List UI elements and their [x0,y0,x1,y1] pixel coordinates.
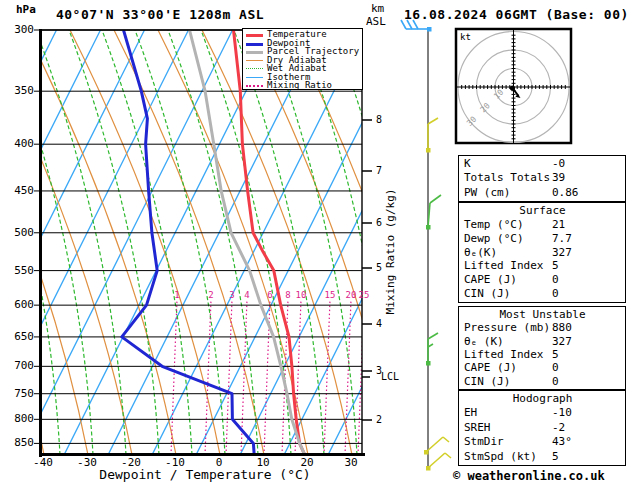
stat-label: CIN (J) [464,375,510,388]
stat-row: Pressure (mb)880 [464,321,621,334]
pressure-tick-label: 600 [6,299,34,311]
stat-value: 5 [552,348,559,361]
pressure-tick-label: 450 [6,185,34,197]
pressure-tick-label: 850 [6,437,34,449]
stat-row: θₑ(K)327 [464,246,621,260]
stat-value: -10 [552,406,572,420]
mixing-ratio-axis-label: Mixing Ratio (g/kg) [384,172,397,332]
stat-label: CIN (J) [464,287,510,301]
legend-line-sample [246,73,263,81]
pressure-tick-label: 300 [6,24,34,36]
stat-value: 0 [552,361,559,374]
stats-box-header: Most Unstable [464,308,621,321]
legend-line-sample [246,81,263,89]
stat-value: 5 [552,259,559,273]
stat-label: θₑ(K) [464,246,497,260]
km-tick-label: 6 [376,218,382,228]
stat-label: Lifted Index [464,348,543,361]
stat-value: 0 [552,375,559,388]
legend-line-sample [246,56,263,64]
stat-row: Lifted Index5 [464,259,621,273]
pressure-tick-label: 400 [6,138,34,150]
pressure-tick-label: 650 [6,331,34,343]
stat-row: Dewp (°C)7.7 [464,232,621,246]
stats-box-header: Surface [464,204,621,218]
pressure-tick-label: 700 [6,360,34,372]
stat-value: -2 [552,421,565,435]
lcl-label: LCL [381,371,399,382]
stat-row: Temp (°C)21 [464,218,621,232]
legend-item: Mixing Ratio [246,81,362,90]
pressure-tick-label: 550 [6,265,34,277]
stat-value: 0 [552,287,559,301]
stat-label: EH [464,406,477,420]
mixing-ratio-value-label: 20 [346,291,357,300]
stat-label: Pressure (mb) [464,321,550,334]
stat-label: StmDir [464,435,504,449]
stats-box-indices: K-0Totals Totals39PW (cm)0.86 [458,155,626,202]
stat-label: CAPE (J) [464,273,517,287]
mixing-ratio-value-label: 4 [244,291,249,300]
stat-value: 21 [552,218,565,232]
stat-row: CIN (J)0 [464,375,621,388]
km-tick-label: 8 [376,115,382,125]
stat-label: K [464,157,471,171]
mixing-ratio-value-label: 8 [285,291,290,300]
stat-row: CAPE (J)0 [464,273,621,287]
mixing-ratio-value-label: 1 [174,291,179,300]
stats-box-header: Hodograph [464,392,621,406]
legend-line-sample [246,30,263,38]
skewt-sounding-page: hPa 40°07'N 33°00'E 1208m ASL km ASL 16.… [0,0,629,486]
pressure-tick-label: 500 [6,227,34,239]
hodograph-unit-label: kt [460,32,471,42]
stat-label: Totals Totals [464,171,550,185]
legend-box: TemperatureDewpointParcel TrajectoryDry … [242,28,363,90]
mixing-ratio-value-label: 2 [208,291,213,300]
legend-item-label: Mixing Ratio [267,81,332,90]
wind-barb-low-b [426,453,451,471]
hodograph: 102030kt [456,29,571,143]
stat-row: StmDir43° [464,435,621,449]
stat-label: θₑ (K) [464,335,504,348]
series-parcel-trajectory [190,30,305,455]
stat-value: 327 [552,335,572,348]
stat-value: 0 [552,273,559,287]
stat-label: Temp (°C) [464,218,524,232]
stat-label: Dewp (°C) [464,232,524,246]
stats-box-surface: SurfaceTemp (°C)21Dewp (°C)7.7θₑ(K)327Li… [458,202,626,303]
stat-row: Lifted Index5 [464,348,621,361]
stat-value: 43° [552,435,572,449]
km-tick-label: 2 [376,415,382,425]
legend-line-sample [246,64,263,72]
mixing-ratio-value-label: 6 [267,291,272,300]
temperature-tick-label: -40 [26,457,60,469]
stat-row: θₑ (K)327 [464,335,621,348]
stat-value: -0 [552,157,565,171]
stat-value: 39 [552,171,565,185]
mixing-ratio-value-label: 3 [229,291,234,300]
stat-label: CAPE (J) [464,361,517,374]
stat-label: SREH [464,421,491,435]
stats-box-most-unstable: Most UnstablePressure (mb)880θₑ (K)327Li… [458,306,626,390]
stat-row: StmSpd (kt)5 [464,450,621,464]
legend-line-sample [246,39,263,47]
stat-value: 880 [552,321,572,334]
temperature-tick-label: 30 [334,457,368,469]
wind-barb-upper [401,20,432,32]
copyright-text: © weatheronline.co.uk [453,469,605,483]
mixing-ratio-value-label: 15 [325,291,336,300]
stat-row: PW (cm)0.86 [464,186,621,200]
stat-value: 0.86 [552,186,579,200]
km-tick-label: 7 [376,166,382,176]
stat-row: Totals Totals39 [464,171,621,185]
legend-line-sample [246,47,263,55]
pressure-tick-label: 750 [6,388,34,400]
stat-value: 7.7 [552,232,572,246]
x-axis-title: Dewpoint / Temperature (°C) [98,467,312,482]
stat-label: Lifted Index [464,259,543,273]
stat-value: 5 [552,450,559,464]
km-tick-label: 4 [376,319,382,329]
stat-row: CAPE (J)0 [464,361,621,374]
stats-box-hodograph-stats: HodographEH-10SREH-2StmDir43°StmSpd (kt)… [458,390,626,466]
stat-row: CIN (J)0 [464,287,621,301]
